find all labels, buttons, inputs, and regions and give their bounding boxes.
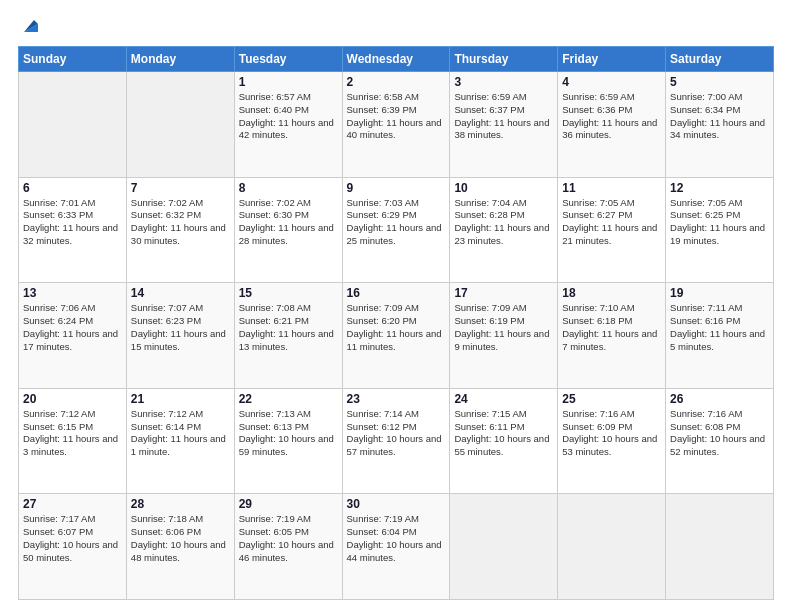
day-info: Sunrise: 7:13 AM Sunset: 6:13 PM Dayligh… (239, 408, 338, 459)
calendar-cell: 9Sunrise: 7:03 AM Sunset: 6:29 PM Daylig… (342, 177, 450, 283)
calendar-cell: 30Sunrise: 7:19 AM Sunset: 6:04 PM Dayli… (342, 494, 450, 600)
day-info: Sunrise: 7:16 AM Sunset: 6:08 PM Dayligh… (670, 408, 769, 459)
col-header-wednesday: Wednesday (342, 47, 450, 72)
day-info: Sunrise: 7:19 AM Sunset: 6:05 PM Dayligh… (239, 513, 338, 564)
logo (18, 16, 42, 36)
col-header-saturday: Saturday (666, 47, 774, 72)
calendar-cell: 18Sunrise: 7:10 AM Sunset: 6:18 PM Dayli… (558, 283, 666, 389)
day-number: 22 (239, 392, 338, 406)
day-info: Sunrise: 7:05 AM Sunset: 6:27 PM Dayligh… (562, 197, 661, 248)
col-header-monday: Monday (126, 47, 234, 72)
calendar-week-4: 20Sunrise: 7:12 AM Sunset: 6:15 PM Dayli… (19, 388, 774, 494)
day-info: Sunrise: 7:09 AM Sunset: 6:19 PM Dayligh… (454, 302, 553, 353)
day-number: 21 (131, 392, 230, 406)
calendar-cell (126, 72, 234, 178)
day-number: 17 (454, 286, 553, 300)
day-info: Sunrise: 7:11 AM Sunset: 6:16 PM Dayligh… (670, 302, 769, 353)
day-number: 14 (131, 286, 230, 300)
calendar-table: SundayMondayTuesdayWednesdayThursdayFrid… (18, 46, 774, 600)
day-number: 25 (562, 392, 661, 406)
calendar-cell (666, 494, 774, 600)
day-info: Sunrise: 7:04 AM Sunset: 6:28 PM Dayligh… (454, 197, 553, 248)
day-number: 28 (131, 497, 230, 511)
day-info: Sunrise: 7:16 AM Sunset: 6:09 PM Dayligh… (562, 408, 661, 459)
day-info: Sunrise: 7:09 AM Sunset: 6:20 PM Dayligh… (347, 302, 446, 353)
day-number: 18 (562, 286, 661, 300)
calendar-cell: 1Sunrise: 6:57 AM Sunset: 6:40 PM Daylig… (234, 72, 342, 178)
day-number: 16 (347, 286, 446, 300)
calendar-cell: 22Sunrise: 7:13 AM Sunset: 6:13 PM Dayli… (234, 388, 342, 494)
day-info: Sunrise: 7:15 AM Sunset: 6:11 PM Dayligh… (454, 408, 553, 459)
logo-text (18, 16, 42, 36)
col-header-tuesday: Tuesday (234, 47, 342, 72)
day-info: Sunrise: 7:06 AM Sunset: 6:24 PM Dayligh… (23, 302, 122, 353)
day-number: 13 (23, 286, 122, 300)
day-number: 26 (670, 392, 769, 406)
day-number: 20 (23, 392, 122, 406)
day-info: Sunrise: 7:12 AM Sunset: 6:15 PM Dayligh… (23, 408, 122, 459)
calendar-cell: 6Sunrise: 7:01 AM Sunset: 6:33 PM Daylig… (19, 177, 127, 283)
calendar-week-3: 13Sunrise: 7:06 AM Sunset: 6:24 PM Dayli… (19, 283, 774, 389)
day-info: Sunrise: 7:00 AM Sunset: 6:34 PM Dayligh… (670, 91, 769, 142)
calendar-cell: 4Sunrise: 6:59 AM Sunset: 6:36 PM Daylig… (558, 72, 666, 178)
calendar-cell: 25Sunrise: 7:16 AM Sunset: 6:09 PM Dayli… (558, 388, 666, 494)
day-info: Sunrise: 7:08 AM Sunset: 6:21 PM Dayligh… (239, 302, 338, 353)
day-number: 27 (23, 497, 122, 511)
day-number: 8 (239, 181, 338, 195)
day-info: Sunrise: 7:05 AM Sunset: 6:25 PM Dayligh… (670, 197, 769, 248)
day-info: Sunrise: 7:02 AM Sunset: 6:32 PM Dayligh… (131, 197, 230, 248)
logo-icon (20, 14, 42, 36)
calendar-cell: 8Sunrise: 7:02 AM Sunset: 6:30 PM Daylig… (234, 177, 342, 283)
day-number: 30 (347, 497, 446, 511)
calendar-cell (558, 494, 666, 600)
calendar-cell: 21Sunrise: 7:12 AM Sunset: 6:14 PM Dayli… (126, 388, 234, 494)
calendar-week-2: 6Sunrise: 7:01 AM Sunset: 6:33 PM Daylig… (19, 177, 774, 283)
calendar-cell: 11Sunrise: 7:05 AM Sunset: 6:27 PM Dayli… (558, 177, 666, 283)
day-info: Sunrise: 6:59 AM Sunset: 6:36 PM Dayligh… (562, 91, 661, 142)
day-info: Sunrise: 7:02 AM Sunset: 6:30 PM Dayligh… (239, 197, 338, 248)
header (18, 16, 774, 36)
day-number: 23 (347, 392, 446, 406)
day-info: Sunrise: 6:58 AM Sunset: 6:39 PM Dayligh… (347, 91, 446, 142)
day-info: Sunrise: 7:18 AM Sunset: 6:06 PM Dayligh… (131, 513, 230, 564)
day-number: 24 (454, 392, 553, 406)
day-number: 15 (239, 286, 338, 300)
day-info: Sunrise: 7:19 AM Sunset: 6:04 PM Dayligh… (347, 513, 446, 564)
day-number: 1 (239, 75, 338, 89)
calendar-cell: 29Sunrise: 7:19 AM Sunset: 6:05 PM Dayli… (234, 494, 342, 600)
calendar-cell: 7Sunrise: 7:02 AM Sunset: 6:32 PM Daylig… (126, 177, 234, 283)
col-header-thursday: Thursday (450, 47, 558, 72)
day-info: Sunrise: 7:03 AM Sunset: 6:29 PM Dayligh… (347, 197, 446, 248)
day-number: 2 (347, 75, 446, 89)
calendar-cell: 10Sunrise: 7:04 AM Sunset: 6:28 PM Dayli… (450, 177, 558, 283)
calendar-week-5: 27Sunrise: 7:17 AM Sunset: 6:07 PM Dayli… (19, 494, 774, 600)
calendar-cell: 16Sunrise: 7:09 AM Sunset: 6:20 PM Dayli… (342, 283, 450, 389)
day-number: 12 (670, 181, 769, 195)
calendar-cell (19, 72, 127, 178)
calendar-header-row: SundayMondayTuesdayWednesdayThursdayFrid… (19, 47, 774, 72)
calendar-cell: 20Sunrise: 7:12 AM Sunset: 6:15 PM Dayli… (19, 388, 127, 494)
calendar-cell: 12Sunrise: 7:05 AM Sunset: 6:25 PM Dayli… (666, 177, 774, 283)
day-info: Sunrise: 7:14 AM Sunset: 6:12 PM Dayligh… (347, 408, 446, 459)
day-info: Sunrise: 7:10 AM Sunset: 6:18 PM Dayligh… (562, 302, 661, 353)
calendar-cell (450, 494, 558, 600)
day-number: 7 (131, 181, 230, 195)
day-number: 9 (347, 181, 446, 195)
calendar-cell: 27Sunrise: 7:17 AM Sunset: 6:07 PM Dayli… (19, 494, 127, 600)
calendar-cell: 26Sunrise: 7:16 AM Sunset: 6:08 PM Dayli… (666, 388, 774, 494)
calendar-cell: 3Sunrise: 6:59 AM Sunset: 6:37 PM Daylig… (450, 72, 558, 178)
day-number: 11 (562, 181, 661, 195)
calendar-week-1: 1Sunrise: 6:57 AM Sunset: 6:40 PM Daylig… (19, 72, 774, 178)
day-info: Sunrise: 7:01 AM Sunset: 6:33 PM Dayligh… (23, 197, 122, 248)
day-number: 29 (239, 497, 338, 511)
day-number: 19 (670, 286, 769, 300)
calendar-cell: 5Sunrise: 7:00 AM Sunset: 6:34 PM Daylig… (666, 72, 774, 178)
calendar-cell: 19Sunrise: 7:11 AM Sunset: 6:16 PM Dayli… (666, 283, 774, 389)
col-header-sunday: Sunday (19, 47, 127, 72)
day-number: 3 (454, 75, 553, 89)
page: SundayMondayTuesdayWednesdayThursdayFrid… (0, 0, 792, 612)
day-number: 5 (670, 75, 769, 89)
day-info: Sunrise: 6:59 AM Sunset: 6:37 PM Dayligh… (454, 91, 553, 142)
col-header-friday: Friday (558, 47, 666, 72)
calendar-cell: 14Sunrise: 7:07 AM Sunset: 6:23 PM Dayli… (126, 283, 234, 389)
